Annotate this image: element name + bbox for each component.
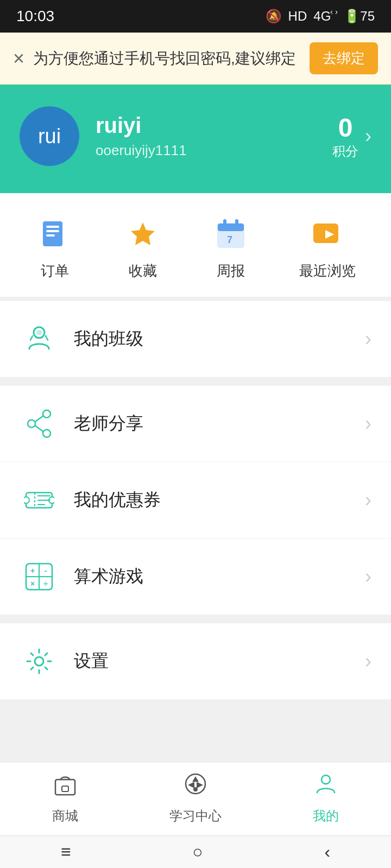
system-nav-bar: ≡ ○ ‹ bbox=[0, 835, 391, 868]
svg-text:÷: ÷ bbox=[43, 579, 48, 588]
nav-shop[interactable]: 商城 bbox=[0, 771, 130, 825]
svg-rect-0 bbox=[43, 221, 62, 246]
separator-2 bbox=[0, 615, 391, 623]
svg-text:-: - bbox=[45, 566, 47, 575]
svg-text:7: 7 bbox=[227, 234, 232, 245]
bind-phone-button[interactable]: 去绑定 bbox=[310, 42, 378, 74]
profile-points[interactable]: 0 积分 › bbox=[332, 113, 371, 160]
avatar[interactable]: rui bbox=[20, 106, 79, 166]
svg-rect-36 bbox=[55, 780, 75, 795]
status-bar: 10:03 🔕 HD 4G ᪻ 🔋75 bbox=[0, 0, 391, 33]
orders-icon bbox=[35, 215, 74, 254]
profile-username: ruiyi bbox=[96, 113, 316, 138]
svg-marker-39 bbox=[192, 776, 199, 782]
svg-marker-40 bbox=[188, 782, 194, 788]
bottom-navigation: 商城 学习中心 我的 bbox=[0, 762, 391, 835]
menu-item-my-class[interactable]: 我的班级 › bbox=[0, 301, 391, 377]
signal-4g-1: 4G bbox=[313, 9, 331, 24]
svg-line-14 bbox=[30, 336, 33, 340]
coupons-arrow: › bbox=[365, 489, 371, 512]
nav-back-btn[interactable]: ‹ bbox=[324, 842, 330, 862]
separator-1 bbox=[0, 377, 391, 386]
status-icons: 🔕 HD 4G ᪻ 🔋75 bbox=[266, 9, 375, 24]
favorites-label: 收藏 bbox=[129, 261, 157, 280]
my-class-label: 我的班级 bbox=[74, 327, 365, 351]
menu-item-teacher-share[interactable]: 老师分享 › bbox=[0, 386, 391, 462]
points-label: 积分 bbox=[332, 143, 358, 160]
quick-action-recent[interactable]: 最近浏览 bbox=[299, 215, 356, 280]
my-label: 我的 bbox=[313, 807, 339, 825]
points-value: 0 bbox=[338, 113, 353, 143]
nav-menu-btn[interactable]: ≡ bbox=[61, 842, 71, 862]
status-time: 10:03 bbox=[16, 8, 54, 25]
nav-home-btn[interactable]: ○ bbox=[192, 842, 203, 862]
svg-rect-8 bbox=[235, 219, 238, 228]
recent-icon bbox=[308, 215, 347, 254]
study-icon bbox=[182, 771, 209, 803]
my-class-icon bbox=[20, 320, 59, 359]
profile-header: rui ruiyi ooeruiyijy1111 0 积分 › bbox=[0, 85, 391, 193]
svg-rect-7 bbox=[223, 219, 226, 228]
svg-point-43 bbox=[321, 775, 330, 784]
svg-line-15 bbox=[46, 336, 48, 340]
menu-item-coupons[interactable]: 我的优惠券 › bbox=[0, 462, 391, 539]
teacher-share-arrow: › bbox=[365, 412, 371, 435]
silent-icon: 🔕 bbox=[266, 9, 282, 24]
nav-study[interactable]: 学习中心 bbox=[130, 771, 261, 825]
math-game-arrow: › bbox=[365, 565, 371, 588]
notification-banner: × 为方便您通过手机号找回密码,建议绑定 去绑定 bbox=[0, 33, 391, 85]
svg-point-16 bbox=[43, 410, 51, 418]
svg-point-42 bbox=[193, 787, 198, 792]
svg-text:+: + bbox=[30, 566, 35, 575]
menu-item-math-game[interactable]: + - × ÷ 算术游戏 › bbox=[0, 539, 391, 615]
svg-point-18 bbox=[43, 430, 51, 437]
menu-section: 我的班级 › bbox=[0, 301, 391, 377]
profile-userid: ooeruiyijy1111 bbox=[96, 142, 316, 159]
my-icon bbox=[313, 771, 339, 803]
orders-label: 订单 bbox=[41, 261, 69, 280]
hd-label: HD bbox=[288, 9, 307, 24]
svg-point-13 bbox=[36, 330, 42, 335]
menu-section-2: 老师分享 › 我的优惠券 › + - × bbox=[0, 386, 391, 615]
my-class-arrow: › bbox=[365, 328, 371, 350]
notification-text: 为方便您通过手机号找回密码,建议绑定 bbox=[33, 47, 301, 70]
quick-action-weekly[interactable]: 7 周报 bbox=[211, 215, 250, 280]
nav-my[interactable]: 我的 bbox=[261, 771, 391, 825]
math-game-icon: + - × ÷ bbox=[20, 557, 59, 596]
math-game-label: 算术游戏 bbox=[74, 565, 365, 589]
svg-point-17 bbox=[28, 420, 35, 427]
svg-line-19 bbox=[35, 416, 43, 422]
teacher-share-label: 老师分享 bbox=[74, 412, 365, 436]
coupons-icon bbox=[20, 481, 59, 520]
shop-icon bbox=[52, 771, 78, 803]
notification-close-button[interactable]: × bbox=[13, 47, 24, 70]
settings-icon bbox=[20, 642, 59, 681]
quick-actions: 订单 收藏 7 周报 最近浏览 bbox=[0, 193, 391, 301]
battery-icon: 🔋75 bbox=[344, 9, 375, 24]
svg-line-20 bbox=[35, 426, 43, 431]
study-label: 学习中心 bbox=[169, 807, 222, 825]
quick-action-orders[interactable]: 订单 bbox=[35, 215, 74, 280]
points-arrow-icon: › bbox=[365, 125, 371, 148]
svg-rect-1 bbox=[46, 226, 59, 228]
profile-info: ruiyi ooeruiyijy1111 bbox=[96, 113, 316, 159]
svg-marker-41 bbox=[197, 782, 203, 788]
settings-label: 设置 bbox=[74, 649, 365, 673]
favorites-icon bbox=[123, 215, 162, 254]
svg-rect-2 bbox=[46, 230, 59, 232]
svg-point-22 bbox=[24, 497, 29, 503]
weekly-label: 周报 bbox=[217, 261, 245, 280]
svg-rect-37 bbox=[62, 786, 68, 792]
recent-label: 最近浏览 bbox=[299, 261, 356, 280]
svg-marker-4 bbox=[131, 222, 155, 245]
menu-item-settings[interactable]: 设置 › bbox=[0, 623, 391, 699]
weekly-icon: 7 bbox=[211, 215, 250, 254]
menu-section-3: 设置 › bbox=[0, 623, 391, 699]
svg-point-35 bbox=[35, 657, 43, 666]
svg-text:×: × bbox=[30, 579, 35, 588]
shop-label: 商城 bbox=[52, 807, 78, 825]
quick-action-favorites[interactable]: 收藏 bbox=[123, 215, 162, 280]
settings-arrow: › bbox=[365, 650, 371, 673]
svg-rect-6 bbox=[218, 224, 244, 231]
teacher-share-icon bbox=[20, 404, 59, 443]
